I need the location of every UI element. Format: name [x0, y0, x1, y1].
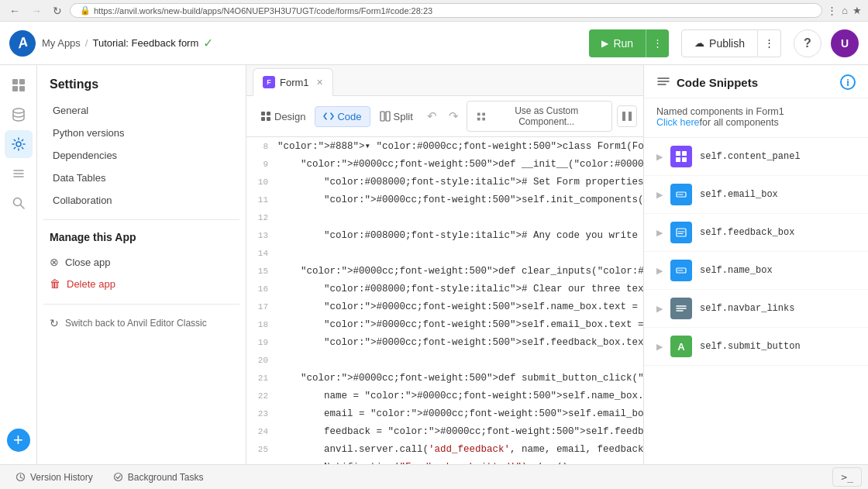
code-line: 17 "color:">#0000cc;font-weight:500">sel…	[246, 298, 643, 315]
urlbar-action-3[interactable]: ★	[852, 5, 862, 16]
publish-label: Publish	[709, 37, 745, 50]
snippet-name-4: self.name_box	[700, 265, 773, 276]
code-line: 22 name = "color:">#0000cc;font-weight:5…	[246, 387, 643, 405]
svg-rect-19	[477, 117, 480, 120]
code-line: 9 "color:">#0000cc;font-weight:500">def …	[246, 155, 643, 173]
snippet-item-feedback-box[interactable]: ▶ self.feedback_box	[644, 214, 868, 252]
code-icon	[323, 111, 334, 122]
delete-app-item[interactable]: 🗑 Delete app	[50, 273, 233, 294]
settings-nav-python[interactable]: Python versions	[43, 122, 239, 144]
tab-close-button[interactable]: ×	[317, 77, 323, 88]
line-number: 13	[246, 226, 277, 244]
snippet-expand-icon-3: ▶	[656, 228, 663, 238]
urlbar-action-2[interactable]: ⌂	[842, 5, 848, 16]
terminal-icon: >_	[841, 471, 853, 483]
design-button[interactable]: Design	[253, 107, 313, 126]
help-button[interactable]: ?	[794, 29, 822, 57]
sidebar-icon-data[interactable]	[5, 101, 33, 129]
switch-icon: ↻	[50, 317, 59, 329]
grid-toggle-button[interactable]	[617, 105, 637, 127]
code-line: 8"color:">#888">▾ "color:#0000cc;font-we…	[246, 137, 643, 155]
line-content: "color:">#0000cc;font-weight:500">def cl…	[277, 262, 643, 280]
line-number: 11	[246, 191, 277, 208]
run-button[interactable]: ▶ Run	[589, 29, 646, 57]
snippet-expand-icon-6: ▶	[656, 342, 663, 352]
snippet-item-content-panel[interactable]: ▶ self.content_panel	[644, 138, 868, 176]
url-text: https://anvil.works/new-build/apps/N4O6N…	[94, 6, 432, 15]
svg-rect-22	[629, 112, 632, 121]
publish-more-button[interactable]: ⋮	[758, 29, 781, 57]
use-custom-component-button[interactable]: Use as Custom Component...	[467, 101, 612, 132]
background-tasks-label: Background Tasks	[128, 472, 204, 483]
redo-button[interactable]: ↷	[444, 105, 464, 127]
sidebar-icon-add[interactable]: +	[7, 429, 30, 452]
switch-classic[interactable]: ↻ Switch back to Anvil Editor Classic	[37, 311, 246, 336]
undo-button[interactable]: ↶	[422, 105, 443, 127]
snippet-item-submit-button[interactable]: ▶ A self.submit_button	[644, 328, 868, 366]
app-logo[interactable]: A	[9, 30, 36, 57]
settings-nav-datatables[interactable]: Data Tables	[43, 167, 239, 189]
close-app-item[interactable]: ⊗ Close app	[50, 251, 233, 273]
sidebar-icon-search[interactable]	[5, 189, 33, 217]
form1-tab[interactable]: F Form1 ×	[253, 68, 333, 96]
code-line: 11 "color:">#0000cc;font-weight:500">sel…	[246, 191, 643, 208]
breadcrumb-current: Tutorial: Feedback form	[92, 37, 198, 49]
publish-button-group: ☁ Publish ⋮	[681, 29, 781, 57]
snippet-item-email-box[interactable]: ▶ self.email_box	[644, 176, 868, 214]
background-tasks-tab[interactable]: Background Tasks	[104, 469, 213, 486]
manage-title: Manage this App	[50, 231, 233, 243]
avatar[interactable]: U	[831, 29, 859, 57]
code-line: 13 "color:#008000;font-style:italic"># A…	[246, 226, 643, 244]
snippet-expand-icon-5: ▶	[656, 304, 663, 314]
nav-refresh-button[interactable]: ↻	[50, 3, 65, 19]
line-number: 8	[246, 137, 277, 155]
svg-rect-32	[677, 229, 686, 236]
terminal-button[interactable]: >_	[832, 467, 862, 487]
version-history-tab[interactable]: Version History	[6, 469, 102, 486]
nav-back-button[interactable]: ←	[6, 3, 23, 19]
code-editor[interactable]: 8"color:">#888">▾ "color:#0000cc;font-we…	[246, 137, 643, 464]
code-button[interactable]: Code	[315, 106, 370, 127]
line-number: 22	[246, 387, 277, 405]
bottom-bar: Version History Background Tasks >_	[0, 464, 868, 489]
urlbar-action-1[interactable]: ⋮	[827, 5, 837, 16]
settings-divider	[43, 219, 239, 220]
run-more-button[interactable]: ⋮	[646, 29, 669, 57]
line-number: 9	[246, 155, 277, 173]
nav-forward-button[interactable]: →	[28, 3, 45, 19]
snippet-icon-6: A	[670, 336, 692, 357]
line-content: "color:">#888">▾ "color:#0000cc;font-wei…	[277, 137, 643, 155]
version-history-label: Version History	[30, 472, 93, 483]
snippets-info-icon[interactable]: i	[840, 74, 856, 90]
breadcrumb-myapps[interactable]: My Apps	[42, 37, 81, 49]
line-content	[277, 244, 643, 262]
line-content: "color:">#0000cc;font-weight:500">def __…	[277, 155, 643, 173]
snippet-name-3: self.feedback_box	[700, 227, 794, 238]
snippet-item-navbar-links[interactable]: ▶ self.navbar_links	[644, 290, 868, 328]
line-content: "color:">#0000cc;font-weight:500">self.e…	[277, 315, 643, 333]
sidebar-icon-apps[interactable]	[5, 71, 33, 99]
line-number: 17	[246, 298, 277, 315]
line-content: email = "color:">#0000cc;font-weight:500…	[277, 405, 643, 422]
snippet-icon-4	[670, 260, 692, 281]
sidebar-icon-list[interactable]	[5, 160, 33, 188]
delete-app-icon: 🗑	[50, 277, 60, 290]
snippets-panel: Code Snippets i Named components in Form…	[643, 65, 868, 464]
sidebar-icon-settings[interactable]	[5, 130, 33, 158]
split-button[interactable]: Split	[372, 107, 421, 126]
settings-nav-general[interactable]: General	[43, 99, 239, 122]
snippet-item-name-box[interactable]: ▶ self.name_box	[644, 252, 868, 290]
settings-nav-dependencies[interactable]: Dependencies	[43, 144, 239, 167]
settings-nav-collaboration[interactable]: Collaboration	[43, 189, 239, 212]
snippets-click-here[interactable]: Click here	[656, 117, 700, 128]
svg-rect-28	[676, 157, 680, 162]
publish-button[interactable]: ☁ Publish	[681, 29, 758, 57]
snippets-header: Code Snippets i	[644, 65, 868, 98]
line-content: "color:#008000;font-style:italic"># Clea…	[277, 280, 643, 298]
snippet-name-5: self.navbar_links	[700, 303, 794, 314]
code-line: 25 anvil.server.call('add_feedback', nam…	[246, 440, 643, 458]
svg-point-5	[16, 142, 21, 146]
line-number: 12	[246, 208, 277, 226]
close-app-icon: ⊗	[50, 256, 59, 268]
line-content: "color:">#0000cc;font-weight:500">def su…	[277, 369, 643, 387]
